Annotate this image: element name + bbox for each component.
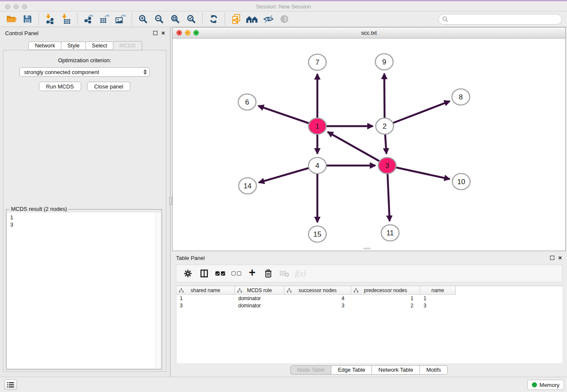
graph-node-8[interactable]: 8 — [452, 89, 470, 105]
network-window-titlebar[interactable]: scc.txt × − + — [173, 28, 565, 39]
split-divider-grip[interactable] — [169, 197, 172, 205]
close-panel-button[interactable]: Close panel — [87, 82, 131, 91]
zoom-selected-button[interactable] — [183, 12, 199, 26]
task-history-button[interactable] — [4, 379, 17, 390]
svg-text:11: 11 — [386, 229, 394, 237]
svg-text:15: 15 — [314, 230, 322, 238]
zoom-fit-button[interactable] — [167, 12, 183, 26]
import-network-icon — [45, 14, 55, 24]
export-network-button[interactable] — [80, 12, 96, 26]
graph-edge-2-8[interactable] — [385, 101, 450, 126]
hide-details-button[interactable] — [260, 12, 276, 26]
control-panel-tabs: NetworkStyleSelectMCDS — [0, 39, 170, 50]
tab-select[interactable]: Select — [85, 41, 113, 50]
network-canvas[interactable]: 7968124314101511 — [173, 39, 565, 251]
home-neighborhood-button[interactable] — [244, 12, 260, 26]
column-header-predecessor-nodes[interactable]: predecessor nodes — [351, 286, 420, 294]
table-panel-title: Table Panel — [176, 255, 205, 261]
network-graph[interactable]: 7968124314101511 — [173, 39, 565, 251]
graph-node-3[interactable]: 3 — [378, 157, 396, 174]
close-table-panel-icon[interactable]: × — [558, 256, 562, 260]
column-header-MCDS-role[interactable]: MCDS role — [235, 286, 284, 294]
network-minimize-icon[interactable]: − — [185, 30, 190, 36]
zoom-out-icon — [154, 14, 164, 24]
column-header-shared-name[interactable]: shared name — [176, 286, 235, 294]
result-scrollbar[interactable] — [155, 213, 161, 368]
function-builder-button[interactable]: f(x) — [292, 266, 308, 281]
save-session-button[interactable] — [19, 12, 36, 26]
graph-node-1[interactable]: 1 — [308, 118, 326, 134]
svg-text:9: 9 — [382, 58, 386, 66]
export-table-button[interactable] — [96, 12, 113, 26]
unchecked-boxes-icon — [231, 271, 241, 276]
column-visibility-button[interactable] — [196, 266, 212, 281]
search-input[interactable] — [451, 16, 558, 23]
graph-edge-3-10[interactable] — [387, 166, 450, 179]
deselect-all-button[interactable] — [228, 266, 244, 281]
criterion-select[interactable]: strongly connected component — [19, 67, 150, 77]
node-table: shared nameMCDS rolesuccessor nodesprede… — [176, 286, 562, 363]
table-panel: Table Panel × + f(x) shared — [171, 252, 567, 377]
node-table-header: shared nameMCDS rolesuccessor nodesprede… — [176, 286, 456, 295]
import-table-button[interactable] — [58, 12, 74, 26]
window-titlebar: Session: New Session — [0, 0, 567, 11]
graph-node-2[interactable]: 2 — [376, 118, 394, 134]
tab-network-table[interactable]: Network Table — [372, 365, 420, 375]
graph-node-10[interactable]: 10 — [452, 174, 470, 190]
graph-node-6[interactable]: 6 — [238, 94, 256, 110]
table-settings-button[interactable] — [180, 266, 196, 281]
refresh-view-button[interactable] — [206, 12, 222, 26]
zoom-fit-icon — [170, 14, 180, 24]
mcds-panel: Optimization criterion: strongly connect… — [3, 50, 166, 372]
select-all-button[interactable] — [212, 266, 228, 281]
graph-node-11[interactable]: 11 — [381, 225, 399, 241]
table-toolbar: + f(x) — [176, 265, 562, 282]
main-toolbar — [0, 11, 567, 27]
column-tree-icon — [287, 288, 292, 293]
status-bar: Memory — [0, 377, 567, 392]
tab-edge-table[interactable]: Edge Table — [331, 365, 372, 375]
delete-column-button[interactable] — [260, 266, 276, 281]
tab-node-table[interactable]: Node Table — [290, 365, 332, 375]
close-panel-icon[interactable]: × — [161, 31, 165, 35]
network-close-icon[interactable]: × — [176, 30, 182, 36]
run-mcds-button[interactable]: Run MCDS — [39, 82, 81, 91]
table-row[interactable]: 3dominator323 — [176, 302, 562, 309]
zoom-out-button[interactable] — [151, 12, 167, 26]
list-icon — [7, 382, 14, 388]
tab-motifs[interactable]: Motifs — [420, 365, 448, 375]
show-details-button[interactable] — [276, 12, 292, 26]
graph-edge-3-1[interactable] — [328, 132, 387, 166]
table-row[interactable]: 1dominator411 — [176, 295, 562, 302]
memory-button[interactable]: Memory — [527, 380, 564, 390]
toolbar-search[interactable] — [438, 14, 562, 25]
trash-icon — [264, 269, 272, 278]
clone-network-button[interactable] — [228, 12, 244, 26]
graph-node-15[interactable]: 15 — [308, 226, 326, 242]
tab-network[interactable]: Network — [28, 41, 61, 50]
control-panel-title: Control Panel — [5, 30, 39, 36]
column-header-successor-nodes[interactable]: successor nodes — [284, 286, 351, 294]
graph-node-14[interactable]: 14 — [239, 178, 256, 194]
tab-mcds[interactable]: MCDS — [113, 41, 142, 50]
graph-node-4[interactable]: 4 — [308, 157, 326, 174]
create-column-button[interactable]: + — [244, 266, 260, 281]
float-panel-icon[interactable] — [153, 31, 157, 35]
mcds-result-list[interactable]: 1 3 — [7, 213, 161, 368]
hscrollbar-thumb[interactable] — [363, 248, 371, 249]
table-panel-tabs: Node TableEdge TableNetwork TableMotifs — [171, 365, 567, 375]
delete-table-button[interactable] — [276, 266, 292, 281]
float-table-panel-icon[interactable] — [550, 256, 554, 260]
houses-icon — [246, 14, 259, 24]
open-session-button[interactable] — [3, 12, 19, 26]
column-header-name[interactable]: name — [420, 286, 456, 294]
toolbar-separator — [132, 13, 132, 25]
graph-node-9[interactable]: 9 — [375, 54, 393, 70]
export-image-button[interactable] — [113, 12, 129, 26]
network-zoom-icon[interactable]: + — [193, 30, 199, 36]
import-network-button[interactable] — [42, 12, 58, 26]
zoom-in-button[interactable] — [135, 12, 151, 26]
graph-node-7[interactable]: 7 — [308, 54, 326, 70]
tab-style[interactable]: Style — [61, 41, 86, 50]
svg-text:14: 14 — [244, 182, 252, 190]
